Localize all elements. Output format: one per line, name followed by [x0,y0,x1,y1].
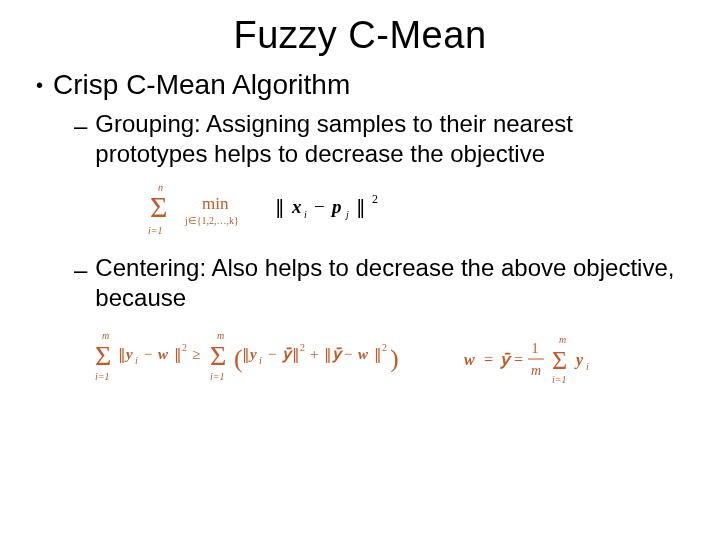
svg-text:w: w [358,346,369,362]
bullet-level2-grouping: – Grouping: Assigning samples to their n… [74,109,690,169]
bullet-mark: • [36,75,43,95]
svg-text:i: i [259,355,262,366]
bullet-level2-centering: – Centering: Also helps to decrease the … [74,253,690,313]
svg-text:p: p [330,196,342,217]
svg-text:Σ: Σ [150,190,167,223]
svg-text:w: w [464,351,475,368]
svg-text:‖: ‖ [118,346,126,363]
svg-text:j: j [344,209,349,220]
svg-text:ȳ: ȳ [500,351,512,369]
eq3-sl: i=1 [552,374,567,385]
svg-text:‖: ‖ [324,346,332,363]
svg-text:≥: ≥ [192,346,200,362]
bullet-text: Crisp C-Mean Algorithm [53,69,350,101]
equation-1: n Σ i=1 min j∈{1,2,…,k} ‖ x i − p j ‖ 2 [140,179,690,245]
svg-text:y: y [248,346,257,362]
equation-2: m Σ i=1 ‖ y i − w ‖ 2 ≥ m Σ i=1 ( ‖ y [92,327,422,387]
equation-3: w = ȳ = 1 m m Σ i=1 y i [462,331,632,387]
svg-text:−: − [268,346,276,362]
svg-text:y: y [124,346,133,362]
slide-body: • Crisp C-Mean Algorithm – Grouping: Ass… [0,69,720,387]
svg-text:‖: ‖ [275,196,285,218]
svg-text:i: i [135,355,138,366]
svg-text:+: + [310,346,318,362]
svg-text:−: − [144,346,152,362]
svg-text:ȳ: ȳ [332,346,344,363]
bullet-mark: – [74,255,87,285]
svg-text:‖: ‖ [242,346,250,363]
svg-text:=: = [514,351,523,368]
svg-text:i: i [304,209,307,220]
svg-text:y: y [574,351,584,369]
bullet-level1: • Crisp C-Mean Algorithm [36,69,690,101]
svg-text:=: = [484,351,493,368]
svg-text:−: − [344,346,352,362]
svg-text:Σ: Σ [210,340,226,371]
svg-text:w: w [158,346,169,362]
bullet-mark: – [74,111,87,141]
eq2-ll: i=1 [95,371,110,382]
svg-text:2: 2 [372,192,378,206]
bullet-text: Centering: Also helps to decrease the ab… [95,253,690,313]
svg-text:Σ: Σ [552,346,567,375]
eq2-rl: i=1 [210,371,225,382]
equation-row: m Σ i=1 ‖ y i − w ‖ 2 ≥ m Σ i=1 ( ‖ y [92,327,690,387]
svg-text:2: 2 [300,342,305,353]
svg-text:x: x [291,196,302,217]
eq1-min: min [202,194,229,213]
slide: Fuzzy C-Mean • Crisp C-Mean Algorithm – … [0,0,720,540]
svg-text:‖: ‖ [356,196,366,218]
svg-text:‖: ‖ [374,346,382,363]
svg-text:i: i [586,361,589,372]
svg-text:−: − [314,196,325,217]
svg-text:2: 2 [182,342,187,353]
eq3-su: m [559,334,566,345]
eq3-fractop: 1 [532,341,539,356]
svg-text:‖: ‖ [292,346,300,363]
svg-text:Σ: Σ [95,340,111,371]
svg-text:): ) [390,344,399,373]
svg-text:2: 2 [382,342,387,353]
slide-title: Fuzzy C-Mean [0,0,720,63]
eq3-fracbot: m [531,363,541,378]
eq1-minsub: j∈{1,2,…,k} [184,215,239,226]
svg-text:‖: ‖ [174,346,182,363]
eq1-lower: i=1 [148,225,163,236]
bullet-text: Grouping: Assigning samples to their nea… [95,109,690,169]
